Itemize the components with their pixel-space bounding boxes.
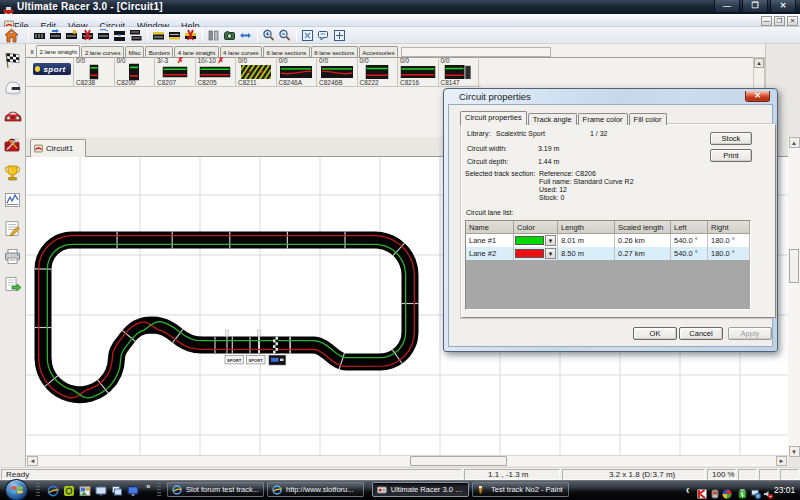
photo-gallery-button[interactable] xyxy=(78,484,92,497)
scroll-up-button[interactable]: ▲ xyxy=(789,137,800,148)
trophy-button[interactable] xyxy=(1,160,23,184)
mdi-restore-button[interactable]: ❐ xyxy=(774,16,785,26)
swap-view-button[interactable] xyxy=(238,28,253,43)
split-track-button[interactable] xyxy=(112,28,127,43)
palette-item[interactable]: 0/0C8216 xyxy=(398,57,439,86)
restore-button[interactable]: ❐ xyxy=(742,0,768,13)
print-button[interactable]: Print xyxy=(710,149,752,162)
taskbar-button[interactable]: Slot forum test track... xyxy=(167,482,264,497)
dialog-close-button[interactable]: ✕ xyxy=(745,91,770,102)
delete-border-button[interactable] xyxy=(183,28,198,43)
scroll-left-button[interactable]: ◄ xyxy=(27,456,38,466)
palette-item[interactable]: 0/0C8222 xyxy=(358,57,399,86)
document-tab-circuit1[interactable]: Circuit1 xyxy=(30,139,86,157)
insert-track-button[interactable] xyxy=(48,28,63,43)
horizontal-scroll-thumb[interactable] xyxy=(410,456,507,466)
battery-tray-icon[interactable] xyxy=(738,485,748,500)
ie-button[interactable] xyxy=(46,484,60,497)
zoom-in-button[interactable] xyxy=(261,28,276,43)
palette-tab[interactable]: 2 lane straight xyxy=(36,45,80,57)
start-button[interactable] xyxy=(5,479,28,500)
cancel-button[interactable]: Cancel xyxy=(679,327,723,340)
car-button[interactable] xyxy=(1,104,23,128)
rotate-track-button[interactable] xyxy=(96,28,111,43)
palette-item-brand[interactable]: sport xyxy=(29,57,74,86)
new-track-button[interactable] xyxy=(32,28,47,43)
toolbox-button[interactable] xyxy=(1,132,23,156)
taskbar-button[interactable]: Ultimate Racer 3.0 - ... xyxy=(372,482,469,497)
show-desktop-button[interactable] xyxy=(94,484,108,497)
column-header[interactable]: Length xyxy=(558,221,615,234)
palette-close-button[interactable]: x xyxy=(28,47,36,56)
palette-item[interactable]: 0/0C8238 xyxy=(74,57,115,86)
palette-tab[interactable]: 8 lane sections xyxy=(311,46,358,57)
edit-track-button[interactable] xyxy=(64,28,79,43)
volume-tray-icon[interactable] xyxy=(763,485,773,500)
quick-launch-overflow-chevron[interactable]: » xyxy=(146,482,150,491)
mdi-close-button[interactable]: ✕ xyxy=(787,16,798,26)
color-dropdown-button[interactable]: ▾ xyxy=(545,235,556,246)
network-tray-icon[interactable] xyxy=(751,485,761,500)
ok-button[interactable]: OK xyxy=(633,327,677,340)
color-dropdown-button[interactable]: ▾ xyxy=(545,248,556,259)
column-header[interactable]: Right xyxy=(708,221,750,234)
delete-track-button[interactable] xyxy=(80,28,95,43)
border-inside-button[interactable] xyxy=(167,28,182,43)
scroll-down-button[interactable]: ▼ xyxy=(789,446,800,457)
scroll-right-button[interactable]: ► xyxy=(776,456,787,466)
fit-view-button[interactable] xyxy=(300,28,315,43)
palette-item[interactable]: 0/0C8147 xyxy=(439,57,480,86)
dialog-tab[interactable]: Circuit properties xyxy=(460,111,527,125)
export-button[interactable] xyxy=(1,272,23,296)
palette-item[interactable]: 0/0C8246B xyxy=(317,57,358,86)
taskbar-button[interactable]: Test track No2 - Paint xyxy=(472,482,569,497)
lap-chart-button[interactable] xyxy=(1,188,23,212)
race-flag-button[interactable] xyxy=(1,48,23,72)
mdi-minimize-button[interactable]: — xyxy=(761,16,772,26)
switch-windows-button[interactable] xyxy=(110,484,124,497)
zoom-out-button[interactable] xyxy=(277,28,292,43)
apply-button[interactable]: Apply xyxy=(728,327,772,340)
palette-item[interactable]: 10/-10✗C8205 xyxy=(196,57,237,86)
palette-scroll-up-button[interactable]: ▲ xyxy=(754,58,764,68)
dialog-tab[interactable]: Frame color xyxy=(578,113,628,125)
table-row[interactable]: Lane #1▾8.01 m0.26 km540.0 °180.0 ° xyxy=(466,234,750,247)
helmet-button[interactable] xyxy=(1,76,23,100)
vertical-scrollbar[interactable]: ▲ ▼ xyxy=(788,137,800,457)
palette-item[interactable]: 0/0C8246A xyxy=(277,57,318,86)
palette-item[interactable]: 0/0C8200 xyxy=(115,57,156,86)
stock-button[interactable]: Stock xyxy=(710,132,752,145)
print-button[interactable] xyxy=(1,244,23,268)
center-view-button[interactable] xyxy=(332,28,347,43)
column-header[interactable]: Left xyxy=(671,221,708,234)
close-button[interactable]: ✕ xyxy=(770,0,796,13)
palette-tab[interactable]: 6 lane sections xyxy=(263,46,310,57)
media-player-button[interactable] xyxy=(62,484,76,497)
snapshot-button[interactable] xyxy=(222,28,237,43)
horizontal-scrollbar[interactable]: ◄ ► xyxy=(26,455,788,466)
notes-button[interactable] xyxy=(1,216,23,240)
palette-tab[interactable]: 2 lane curves xyxy=(81,46,124,57)
pillars-button[interactable] xyxy=(206,28,221,43)
phone-tray-icon[interactable] xyxy=(710,485,720,500)
palette-item[interactable]: 0/0 C8211 xyxy=(236,57,277,86)
table-row[interactable]: Lane #2▾8.50 m0.27 km540.0 °180.0 ° xyxy=(466,247,750,260)
border-outside-button[interactable] xyxy=(151,28,166,43)
vertical-scroll-thumb[interactable] xyxy=(789,249,799,283)
show-info-button[interactable] xyxy=(316,28,331,43)
palette-tab[interactable]: 4 lane curves xyxy=(220,46,263,57)
tray-expand-chevron[interactable]: ‹ xyxy=(686,482,689,496)
home-icon[interactable] xyxy=(4,28,19,43)
column-header[interactable]: Name xyxy=(466,221,514,234)
updater-tray-icon[interactable] xyxy=(722,485,732,500)
palette-tab[interactable]: Misc xyxy=(125,46,144,57)
display-button[interactable] xyxy=(126,484,140,497)
palette-tab[interactable]: Accessories xyxy=(359,46,398,57)
duplicate-track-button[interactable] xyxy=(128,28,143,43)
palette-item[interactable]: 3/-3✗C8207 xyxy=(155,57,196,86)
column-header[interactable]: Color xyxy=(514,221,558,234)
minimize-button[interactable]: — xyxy=(714,0,740,13)
dialog-tab[interactable]: Fill color xyxy=(629,113,667,125)
dialog-tab[interactable]: Track angle xyxy=(528,113,577,125)
taskbar-button[interactable]: http://www.slotforu... xyxy=(267,482,364,497)
